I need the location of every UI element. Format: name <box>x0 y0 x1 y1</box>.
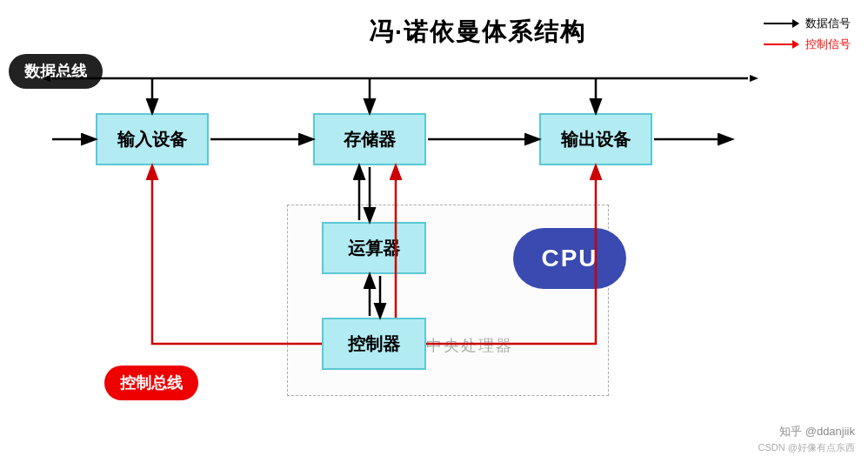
control-signal-label: 控制信号 <box>805 37 851 52</box>
output-device-box: 输出设备 <box>539 113 652 165</box>
controller-box: 控制器 <box>322 318 426 370</box>
page-title: 冯·诺依曼体系结构 <box>369 16 586 49</box>
control-bus-label: 控制总线 <box>104 366 198 400</box>
legend-control-signal: 控制信号 <box>764 37 851 52</box>
memory-box: 存储器 <box>313 113 426 165</box>
data-signal-line-icon <box>764 23 798 24</box>
svg-marker-17 <box>750 75 758 82</box>
watermark-line1: 知乎 @ddanjiik <box>758 423 855 441</box>
watermark-line2: CSDN @好像有点东西 <box>758 440 855 456</box>
legend-data-signal: 数据信号 <box>764 16 851 31</box>
cpu-pill: CPU <box>513 228 626 289</box>
watermark: 知乎 @ddanjiik CSDN @好像有点东西 <box>758 423 855 456</box>
data-signal-label: 数据信号 <box>805 16 851 31</box>
control-signal-line-icon <box>764 44 798 45</box>
cpu-full-label: 中央处理器 <box>426 335 513 356</box>
legend: 数据信号 控制信号 <box>764 16 851 52</box>
alu-box: 运算器 <box>322 222 426 274</box>
data-bus-label: 数据总线 <box>9 54 103 89</box>
input-device-box: 输入设备 <box>96 113 209 165</box>
diagram-container: 冯·诺依曼体系结构 数据信号 控制信号 数据总线 控制总线 输入设备 存储器 输… <box>0 0 868 463</box>
